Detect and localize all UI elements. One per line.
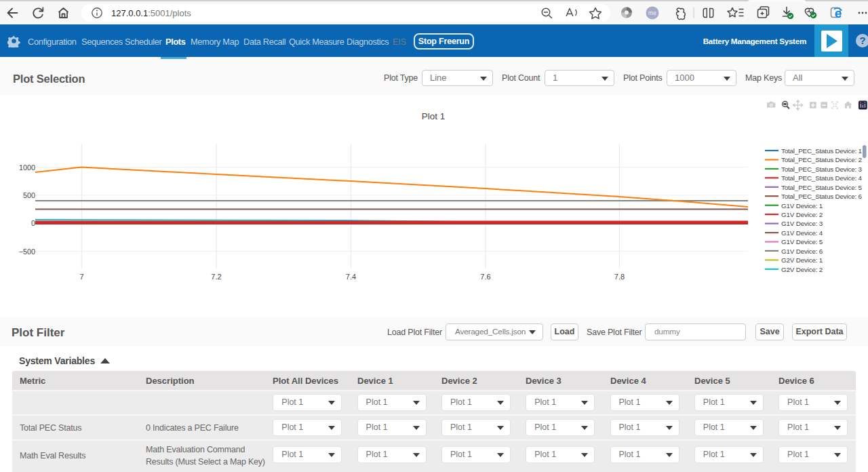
- svg-text:7: 7: [79, 273, 83, 281]
- svg-text:G1V Device: 6: G1V Device: 6: [781, 248, 823, 255]
- svg-text:0: 0: [31, 219, 35, 227]
- svg-text:Plot 1: Plot 1: [422, 111, 446, 121]
- svg-text:Total_PEC_Status Device: 3: Total_PEC_Status Device: 3: [781, 165, 863, 173]
- svg-text:G1V Device: 1: G1V Device: 1: [781, 202, 823, 210]
- svg-text:−500: −500: [19, 248, 35, 256]
- svg-text:Total_PEC_Status Device: 2: Total_PEC_Status Device: 2: [781, 156, 862, 163]
- svg-text:Total_PEC_Status Device: 1: Total_PEC_Status Device: 1: [781, 147, 863, 155]
- svg-text:G2V Device: 1: G2V Device: 1: [781, 256, 823, 264]
- svg-text:7.8: 7.8: [614, 273, 625, 281]
- svg-text:G1V Device: 5: G1V Device: 5: [781, 238, 823, 245]
- svg-text:7.4: 7.4: [346, 273, 356, 281]
- svg-text:Total_PEC_Status Device: 5: Total_PEC_Status Device: 5: [781, 184, 863, 191]
- svg-text:G2V Device: 2: G2V Device: 2: [781, 266, 823, 273]
- svg-text:me: me: [648, 9, 656, 16]
- svg-text:1000: 1000: [19, 163, 35, 172]
- svg-text:Total_PEC_Status Device: 6: Total_PEC_Status Device: 6: [781, 193, 863, 200]
- svg-text:G1V Device: 3: G1V Device: 3: [781, 220, 823, 227]
- svg-text:G1V Device: 2: G1V Device: 2: [781, 211, 823, 218]
- svg-text:G1V Device: 4: G1V Device: 4: [781, 229, 823, 237]
- svg-text:500: 500: [23, 191, 35, 199]
- svg-text:Total_PEC_Status Device: 4: Total_PEC_Status Device: 4: [781, 174, 863, 182]
- svg-text:7.6: 7.6: [480, 273, 490, 281]
- svg-text:7.2: 7.2: [211, 273, 221, 281]
